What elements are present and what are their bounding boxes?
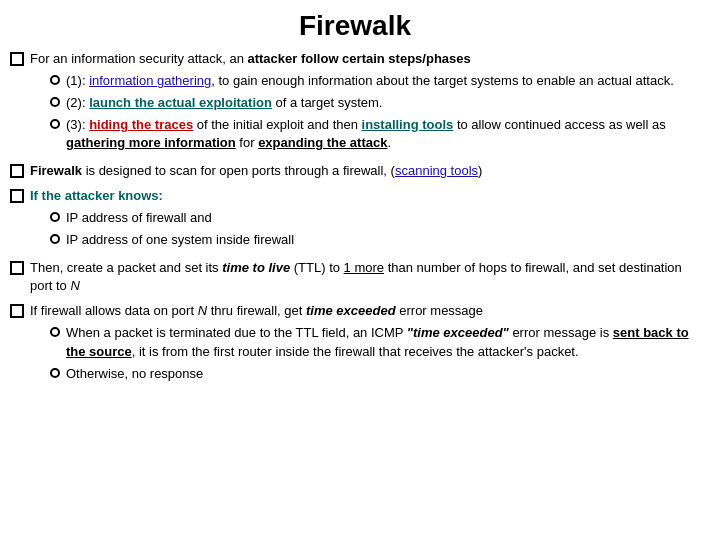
text-span: , it is from the first router inside the… [132, 344, 579, 359]
text-span: attacker follow certain steps/phases [247, 51, 470, 66]
bullet-square-icon [10, 189, 24, 203]
sub-bullet-circle-icon [50, 75, 60, 85]
sub-bullet-content: IP address of one system inside firewall [66, 231, 700, 250]
text-span: Otherwise, no response [66, 366, 203, 381]
bullet-square-icon [10, 261, 24, 275]
sub-bullet-5-1: When a packet is terminated due to the T… [50, 324, 700, 362]
text-span: ) [478, 163, 482, 178]
text-span: hiding the traces [89, 117, 193, 132]
sub-bullet-1-2: (2): launch the actual exploitation of a… [50, 94, 700, 113]
text-span: (1): [66, 73, 89, 88]
bullet-square-icon [10, 164, 24, 178]
text-span: , to gain enough information about the t… [211, 73, 674, 88]
sub-bullet-content: (3): hiding the traces of the initial ex… [66, 116, 700, 154]
text-span: (2): [66, 95, 89, 110]
main-bullet-5: If firewall allows data on port N thru f… [10, 302, 700, 386]
bullet-text: For an information security attack, an a… [30, 51, 471, 66]
sub-bullet-1-3: (3): hiding the traces of the initial ex… [50, 116, 700, 154]
text-span: 1 more [344, 260, 384, 275]
bullet-content: For an information security attack, an a… [30, 50, 700, 156]
text-span: IP address of one system inside firewall [66, 232, 294, 247]
bullet-text: If the attacker knows: [30, 188, 163, 203]
text-span: N [198, 303, 207, 318]
sub-bullets: (1): information gathering, to gain enou… [50, 72, 700, 153]
main-bullet-3: If the attacker knows:IP address of fire… [10, 187, 700, 253]
text-span: Then, create a packet and set its [30, 260, 222, 275]
text-span: time to live [222, 260, 290, 275]
bullet-square-icon [10, 52, 24, 66]
main-bullet-2: Firewalk is designed to scan for open po… [10, 162, 700, 181]
page-title: Firewalk [10, 10, 700, 42]
sub-bullets: When a packet is terminated due to the T… [50, 324, 700, 384]
sub-bullet-circle-icon [50, 119, 60, 129]
text-span: to allow continued access as well as [453, 117, 665, 132]
text-span: thru firewall, get [207, 303, 306, 318]
text-span: gathering more information [66, 135, 236, 150]
main-bullet-4: Then, create a packet and set its time t… [10, 259, 700, 297]
sub-bullet-circle-icon [50, 368, 60, 378]
text-span: installing tools [362, 117, 454, 132]
text-span: Firewalk [30, 163, 82, 178]
text-span: launch the actual exploitation [89, 95, 272, 110]
sub-bullet-content: (2): launch the actual exploitation of a… [66, 94, 700, 113]
text-span: (TTL) to [290, 260, 343, 275]
text-span: scanning tools [395, 163, 478, 178]
text-span: information gathering [89, 73, 211, 88]
text-span: . [387, 135, 391, 150]
bullet-square-icon [10, 304, 24, 318]
bullet-content: If the attacker knows:IP address of fire… [30, 187, 700, 253]
sub-bullet-content: Otherwise, no response [66, 365, 700, 384]
sub-bullets: IP address of firewall andIP address of … [50, 209, 700, 250]
text-span: IP address of firewall and [66, 210, 212, 225]
sub-bullet-content: IP address of firewall and [66, 209, 700, 228]
bullet-content: If firewall allows data on port N thru f… [30, 302, 700, 386]
bullet-text: If firewall allows data on port N thru f… [30, 303, 483, 318]
sub-bullet-circle-icon [50, 327, 60, 337]
bullet-text: Then, create a packet and set its time t… [30, 260, 682, 294]
main-bullet-1: For an information security attack, an a… [10, 50, 700, 156]
text-span: of the initial exploit and then [193, 117, 361, 132]
text-span: If the attacker knows: [30, 188, 163, 203]
sub-bullet-3-1: IP address of firewall and [50, 209, 700, 228]
text-span: time exceeded [306, 303, 396, 318]
text-span: expanding the attack [258, 135, 387, 150]
text-span: If firewall allows data on port [30, 303, 198, 318]
text-span: error message [396, 303, 483, 318]
sub-bullet-circle-icon [50, 234, 60, 244]
text-span: error message is [509, 325, 613, 340]
sub-bullet-circle-icon [50, 212, 60, 222]
text-span: (3): [66, 117, 89, 132]
text-span: For an information security attack, an [30, 51, 247, 66]
bullet-content: Firewalk is designed to scan for open po… [30, 162, 700, 181]
text-span: N [70, 278, 79, 293]
sub-bullet-1-1: (1): information gathering, to gain enou… [50, 72, 700, 91]
sub-bullet-3-2: IP address of one system inside firewall [50, 231, 700, 250]
sub-bullet-content: When a packet is terminated due to the T… [66, 324, 700, 362]
text-span: When a packet is terminated due to the T… [66, 325, 407, 340]
text-span: "time exceeded" [407, 325, 509, 340]
text-span: of a target system. [272, 95, 383, 110]
text-span: is designed to scan for open ports throu… [82, 163, 395, 178]
sub-bullet-circle-icon [50, 97, 60, 107]
bullet-content: Then, create a packet and set its time t… [30, 259, 700, 297]
sub-bullet-content: (1): information gathering, to gain enou… [66, 72, 700, 91]
sub-bullet-5-2: Otherwise, no response [50, 365, 700, 384]
bullet-text: Firewalk is designed to scan for open po… [30, 163, 482, 178]
text-span: for [236, 135, 258, 150]
